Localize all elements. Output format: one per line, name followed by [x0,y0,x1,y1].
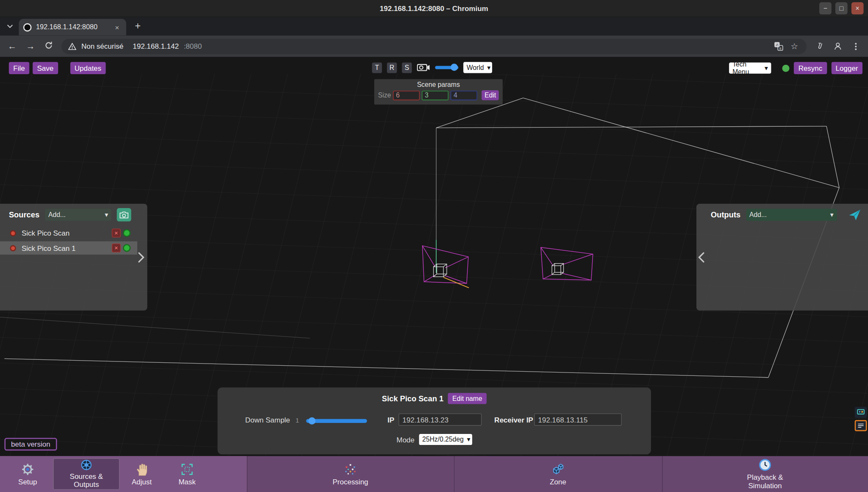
svg-text:a: a [779,46,781,50]
maximize-button[interactable]: □ [835,2,848,14]
tab-favicon-icon [23,23,32,31]
nav-label: Zone [550,478,566,486]
add-camera-button[interactable] [117,208,131,221]
nav-item-zone[interactable]: Zone [454,456,662,492]
tab-strip: 192.168.1.142:8080 × + [0,17,868,35]
source-enabled-toggle[interactable] [123,229,131,237]
camera-icon [119,211,129,219]
size-z-input[interactable] [451,91,478,100]
sources-add-select[interactable]: Add... ▾ [45,208,111,221]
browser-menu-button[interactable] [850,41,861,52]
outputs-collapse-button[interactable] [698,251,705,267]
send-icon [848,208,861,221]
chevron-down-icon: ▾ [765,64,768,72]
chevron-down-icon: ▾ [830,211,834,219]
nav-label: Processing [333,478,368,486]
chevron-down-icon: ▾ [487,64,491,71]
list-icon [857,423,864,428]
down-sample-slider[interactable] [306,417,367,425]
resync-button[interactable]: Resync [794,62,827,74]
minimize-button[interactable]: − [819,2,832,14]
window-title: 192.168.1.142:8080 – Chromium [380,4,488,13]
source-enabled-toggle[interactable] [123,244,131,252]
sources-title: Sources [9,210,39,219]
size-y-input[interactable] [422,91,449,100]
close-button[interactable]: × [851,2,864,14]
flask-icon [815,42,823,51]
outputs-add-select[interactable]: Add... ▾ [746,208,837,221]
reload-button[interactable] [43,41,54,52]
outputs-title: Outputs [711,210,740,219]
scene-params-panel: Scene params Size Edit [374,79,503,105]
source-list-item-selected[interactable]: Sick Pico Scan 1 × [0,241,137,254]
remove-source-button[interactable]: × [112,228,121,237]
browser-tab[interactable]: 192.168.1.142:8080 × [19,19,126,35]
outputs-panel: Outputs Add... ▾ [696,204,868,311]
chevron-down-icon: ▾ [105,211,108,219]
tab-close-button[interactable]: × [112,22,122,32]
camera-view-button[interactable] [417,63,430,73]
screen-widget-button[interactable] [855,407,867,418]
cubes-icon [551,462,565,476]
space-select-value: World [467,64,484,71]
mode-select-value: 25Hz/0.25deg [422,436,464,443]
translate-button[interactable]: A a [773,41,784,52]
remove-source-button[interactable]: × [112,244,121,253]
rotate-mode-button[interactable]: R [387,62,397,73]
nav-label: Adjust [132,478,152,486]
gizmo-size-slider[interactable] [435,64,459,71]
file-button[interactable]: File [9,62,29,74]
nav-item-processing[interactable]: Processing [247,456,454,492]
person-icon [833,42,842,51]
logger-button[interactable]: Logger [831,62,862,74]
receiver-ip-label: Receiver IP [494,416,533,424]
url-host: 192.168.1.142 [133,42,179,50]
tab-search-button[interactable] [3,19,17,33]
sources-add-value: Add... [48,211,66,219]
remove-icon: × [114,245,118,251]
nav-label: Playback & Simulation [740,474,790,490]
space-select[interactable]: World ▾ [463,62,492,73]
nav-item-setup[interactable]: Setup [7,456,48,492]
back-button[interactable]: ← [7,41,18,51]
nav-item-mask[interactable]: Mask [166,456,208,492]
edit-name-button[interactable]: Edit name [448,393,487,404]
nav-item-adjust[interactable]: Adjust [121,456,163,492]
video-camera-icon [417,63,430,73]
window-controls: − □ × [819,2,863,14]
address-bar[interactable]: Non sécurisé 192.168.1.142:8080 A a ☆ [61,39,807,54]
slider-thumb[interactable] [309,417,316,425]
forward-button[interactable]: → [25,41,36,51]
ip-label: IP [387,416,394,424]
size-label: Size [378,92,391,99]
slider-thumb[interactable] [451,64,458,71]
chevron-down-icon [6,22,14,31]
size-x-input[interactable] [393,91,420,100]
ip-input[interactable] [398,414,481,426]
tab-title: 192.168.1.142:8080 [36,23,108,31]
add-sender-button[interactable] [848,208,861,221]
updates-button[interactable]: Updates [70,62,106,74]
nav-item-sources-outputs[interactable]: Sources & Outputs [53,458,120,489]
bookmark-button[interactable]: ☆ [789,41,800,52]
translate-mode-button[interactable]: T [372,62,382,73]
save-button[interactable]: Save [33,62,58,74]
remove-icon: × [114,230,118,236]
gear-icon [20,462,35,476]
edit-scene-button[interactable]: Edit [482,90,499,100]
tech-menu-select[interactable]: Tech Menu ▾ [729,63,771,74]
source-list-item[interactable]: Sick Pico Scan × [0,226,137,239]
mode-select[interactable]: 25Hz/0.25deg ▾ [419,434,472,445]
experiments-button[interactable] [814,41,825,52]
tech-controls: Tech Menu ▾ Resync Logger [729,62,862,74]
nav-item-playback[interactable]: Playback & Simulation [662,456,868,492]
nav-label: Setup [18,478,37,486]
scale-mode-button[interactable]: S [402,62,412,73]
translate-icon: A a [773,42,783,51]
panel-widget-button[interactable] [855,420,867,431]
new-tab-button[interactable]: + [131,19,145,33]
source-name: Sick Pico Scan [22,229,70,237]
profile-button[interactable] [832,41,843,52]
receiver-ip-input[interactable] [534,414,621,426]
sources-expand-button[interactable] [137,251,145,267]
